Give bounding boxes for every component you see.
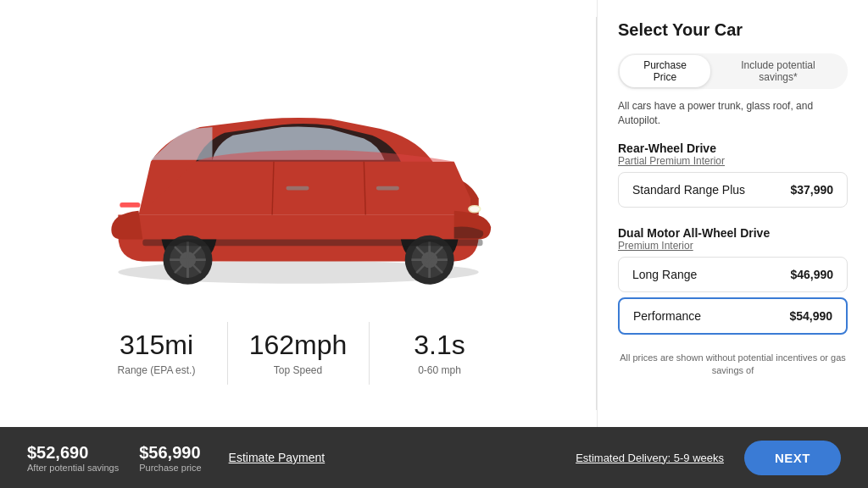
long-range-option[interactable]: Long Range $46,990 [618, 257, 848, 292]
awd-section: Dual Motor All-Wheel Drive Premium Inter… [618, 223, 848, 340]
savings-price-block: $52,690 After potential savings [27, 443, 119, 473]
include-savings-toggle[interactable]: Include potential savings* [710, 55, 846, 87]
stat-speed: 162mph Top Speed [227, 322, 369, 384]
option-name-lr: Long Range [632, 268, 697, 281]
option-name-perf: Performance [633, 309, 701, 323]
range-value: 315mi [103, 330, 210, 360]
purchase-price-label: Purchase price [139, 463, 201, 473]
purchase-price-block: $56,990 Purchase price [139, 443, 201, 473]
car-illustration [53, 59, 544, 297]
svg-rect-4 [376, 186, 398, 191]
option-price-srp: $37,990 [790, 183, 833, 197]
stat-acceleration: 3.1s 0-60 mph [369, 322, 510, 384]
speed-value: 162mph [245, 330, 352, 360]
accel-value: 3.1s [387, 330, 493, 360]
savings-price-label: After potential savings [27, 463, 119, 473]
standard-range-plus-option[interactable]: Standard Range Plus $37,990 [618, 172, 848, 208]
speed-label: Top Speed [245, 364, 352, 376]
bottom-bar: $52,690 After potential savings $56,990 … [0, 427, 868, 488]
svg-rect-7 [120, 202, 140, 208]
option-price-perf: $54,990 [789, 309, 832, 323]
range-label: Range (EPA est.) [103, 364, 210, 376]
svg-rect-22 [142, 240, 482, 247]
feature-note: All cars have a power trunk, glass roof,… [618, 99, 848, 128]
svg-point-6 [470, 207, 480, 213]
stat-range: 315mi Range (EPA est.) [86, 322, 227, 384]
car-image [36, 42, 561, 313]
awd-interior-label[interactable]: Premium Interior [618, 240, 848, 252]
accel-label: 0-60 mph [387, 364, 493, 376]
rwd-section: Rear-Wheel Drive Partial Premium Interio… [618, 138, 848, 213]
svg-rect-3 [286, 186, 309, 191]
right-panel: Select Your Car Purchase Price Include p… [597, 0, 868, 427]
purchase-price: $56,990 [139, 443, 201, 463]
purchase-price-toggle[interactable]: Purchase Price [620, 55, 710, 87]
price-disclaimer: All prices are shown without potential i… [618, 352, 848, 378]
price-toggle-group: Purchase Price Include potential savings… [618, 53, 848, 89]
rwd-interior-label[interactable]: Partial Premium Interior [618, 155, 848, 167]
delivery-estimate[interactable]: Estimated Delivery: 5-9 weeks [576, 452, 724, 464]
next-button[interactable]: NEXT [744, 441, 841, 475]
awd-title: Dual Motor All-Wheel Drive [618, 226, 848, 240]
option-price-lr: $46,990 [790, 268, 833, 281]
estimate-payment-link[interactable]: Estimate Payment [229, 451, 326, 464]
rwd-title: Rear-Wheel Drive [618, 141, 848, 155]
left-panel: 315mi Range (EPA est.) 162mph Top Speed … [0, 0, 596, 427]
car-stats: 315mi Range (EPA est.) 162mph Top Speed … [86, 322, 510, 384]
option-name-srp: Standard Range Plus [632, 183, 745, 197]
performance-option[interactable]: Performance $54,990 [618, 297, 848, 335]
savings-price: $52,690 [27, 443, 119, 463]
page-title: Select Your Car [618, 20, 848, 40]
